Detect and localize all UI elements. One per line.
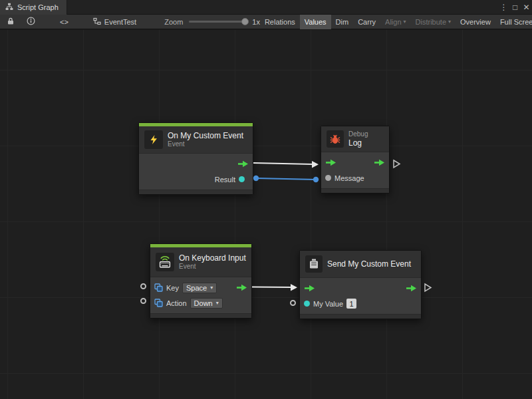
action-value: Down	[194, 299, 213, 307]
node-header: On Keyboard Input Event	[150, 247, 251, 277]
align-label: Align	[385, 18, 401, 26]
flow-input-port[interactable]	[304, 285, 315, 292]
graph-toolbar: <> EventTest Zoom 1x Relations Values Di…	[0, 15, 532, 29]
overview-button[interactable]: Overview	[456, 15, 495, 29]
chevron-down-icon: ▾	[210, 285, 213, 291]
value-input-port[interactable]	[304, 301, 310, 307]
enum-icon	[154, 283, 163, 292]
flow-output-port[interactable]	[406, 285, 417, 292]
lock-icon	[7, 17, 15, 27]
key-input-port[interactable]	[140, 283, 146, 289]
node-title: Send My Custom Event	[327, 259, 411, 269]
keyboard-icon	[156, 253, 174, 271]
align-dropdown[interactable]: Align ▾	[380, 15, 410, 29]
script-graph-icon	[5, 3, 13, 12]
chevron-down-icon: ▾	[216, 300, 219, 306]
node-subtitle: Event	[179, 263, 246, 271]
continuation-triangle-icon	[425, 284, 431, 291]
key-value: Space	[186, 284, 207, 292]
graph-canvas[interactable]: On My Custom Event Event Result	[0, 30, 532, 399]
node-on-my-custom-event[interactable]: On My Custom Event Event Result	[138, 122, 253, 195]
graph-name: EventTest	[104, 18, 136, 26]
node-header: Debug Log	[321, 126, 389, 152]
lock-button[interactable]	[4, 15, 17, 29]
node-group: Debug	[348, 130, 368, 138]
info-icon	[27, 17, 35, 27]
action-input-port[interactable]	[140, 298, 146, 304]
key-value-dropdown[interactable]: Space ▾	[182, 283, 217, 293]
values-button[interactable]: Values	[300, 15, 331, 29]
node-title: Log	[348, 138, 368, 148]
node-debug-log[interactable]: Debug Log Message	[321, 126, 390, 194]
window-menu-button[interactable]: ⋮	[498, 0, 509, 15]
wires-layer	[0, 30, 532, 399]
port-label-my-value: My Value	[313, 300, 343, 308]
node-header: Send My Custom Event	[300, 251, 421, 278]
code-toggle-button[interactable]: <>	[55, 15, 73, 29]
zoom-control: Zoom 1x	[164, 18, 260, 26]
my-value-input-port[interactable]	[290, 300, 296, 306]
zoom-slider-thumb[interactable]	[241, 18, 249, 25]
flow-output-port[interactable]	[237, 160, 249, 168]
chevron-down-icon: ▾	[404, 19, 406, 25]
fullscreen-button[interactable]: Full Screen	[495, 15, 532, 29]
zoom-slider[interactable]	[189, 21, 247, 23]
port-label-message: Message	[334, 174, 364, 182]
value-input-port[interactable]	[325, 175, 331, 181]
distribute-dropdown[interactable]: Distribute ▾	[411, 15, 456, 29]
distribute-label: Distribute	[416, 18, 446, 26]
node-footer	[150, 313, 251, 318]
tab-title: Script Graph	[17, 3, 59, 11]
relations-button[interactable]: Relations	[260, 15, 300, 29]
graph-breadcrumb[interactable]: EventTest	[93, 17, 136, 27]
toolbar-toggle-group: Relations Values Dim Carry Align ▾ Distr…	[260, 15, 532, 29]
node-footer	[300, 314, 421, 319]
flow-wire-customevent-to-log	[253, 161, 319, 168]
node-send-my-custom-event[interactable]: Send My Custom Event My Value 1	[299, 250, 422, 319]
node-body: Message	[321, 152, 389, 188]
continuation-triangle-icon	[394, 160, 400, 168]
flow-input-port[interactable]	[325, 159, 336, 166]
bug-icon	[327, 130, 344, 148]
event-machine-icon	[305, 255, 323, 273]
port-label-action: Action	[166, 299, 187, 307]
flow-output-port[interactable]	[374, 159, 385, 166]
window-titlebar: Script Graph ⋮ □ ✕	[0, 0, 532, 15]
dim-button[interactable]: Dim	[331, 15, 354, 29]
action-value-dropdown[interactable]: Down ▾	[190, 298, 223, 309]
value-output-port[interactable]	[239, 176, 245, 182]
node-footer	[139, 190, 253, 194]
node-body: Key Space ▾ Action Down ▾	[150, 277, 251, 313]
node-body: Result	[139, 154, 253, 190]
node-subtitle: Event	[168, 140, 243, 148]
node-on-keyboard-input[interactable]: On Keyboard Input Event Key Space ▾	[150, 243, 252, 319]
graph-asset-icon	[93, 17, 101, 27]
window-close-button[interactable]: ✕	[521, 0, 532, 15]
port-label-key: Key	[166, 284, 179, 292]
lightning-icon	[144, 130, 163, 149]
port-label-result: Result	[215, 176, 235, 184]
zoom-value: 1x	[252, 18, 260, 26]
my-value-field[interactable]: 1	[346, 299, 356, 309]
carry-button[interactable]: Carry	[353, 15, 380, 29]
node-header: On My Custom Event Event	[139, 126, 253, 154]
flow-wire-keyboard-to-send	[252, 284, 297, 291]
chevron-down-icon: ▾	[448, 19, 451, 25]
tab-script-graph[interactable]: Script Graph	[0, 0, 67, 15]
info-button[interactable]	[24, 15, 38, 29]
value-wire-result-to-message	[253, 176, 319, 182]
node-title: On Keyboard Input	[179, 253, 246, 263]
node-title: On My Custom Event	[168, 131, 243, 140]
node-footer	[321, 188, 389, 193]
flow-output-port[interactable]	[236, 284, 247, 291]
window-maximize-button[interactable]: □	[509, 0, 521, 15]
zoom-label: Zoom	[164, 18, 183, 26]
node-body: My Value 1	[300, 278, 421, 314]
enum-icon	[154, 299, 163, 307]
